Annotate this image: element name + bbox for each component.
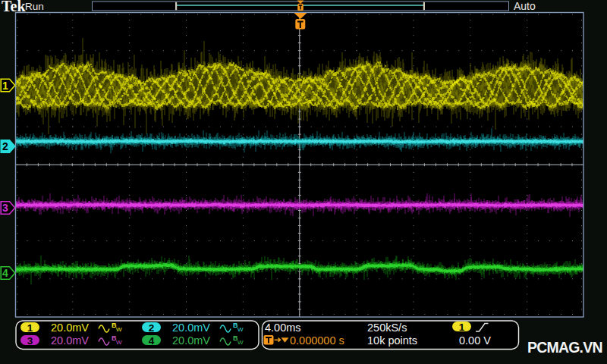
- svg-text:20.0mV: 20.0mV: [172, 322, 210, 334]
- svg-text:1: 1: [2, 80, 8, 92]
- svg-text:W: W: [116, 326, 122, 333]
- svg-text:PCMAG.VN: PCMAG.VN: [527, 339, 602, 356]
- svg-text:W: W: [237, 326, 244, 333]
- svg-text:W: W: [237, 339, 244, 346]
- svg-text:4.00ms: 4.00ms: [265, 322, 301, 334]
- svg-text:20.0mV: 20.0mV: [51, 334, 89, 347]
- svg-text:0.00 V: 0.00 V: [459, 334, 491, 347]
- svg-text:3: 3: [2, 202, 8, 214]
- svg-text:4: 4: [149, 335, 155, 347]
- svg-text:2: 2: [149, 322, 155, 334]
- svg-text:Auto: Auto: [514, 0, 536, 12]
- svg-text:1: 1: [459, 322, 465, 333]
- svg-text:2: 2: [2, 140, 8, 152]
- svg-text:10k points: 10k points: [367, 334, 417, 347]
- svg-text:Tek: Tek: [2, 0, 26, 14]
- svg-text:0.000000 s: 0.000000 s: [290, 334, 344, 347]
- svg-text:4: 4: [2, 267, 8, 279]
- svg-text:20.0mV: 20.0mV: [51, 322, 89, 334]
- svg-text:250kS/s: 250kS/s: [367, 322, 407, 334]
- svg-text:W: W: [116, 339, 122, 346]
- svg-text:3: 3: [27, 335, 33, 347]
- svg-text:20.0mV: 20.0mV: [172, 334, 210, 347]
- svg-text:1: 1: [27, 322, 33, 334]
- svg-text:Run: Run: [25, 1, 44, 12]
